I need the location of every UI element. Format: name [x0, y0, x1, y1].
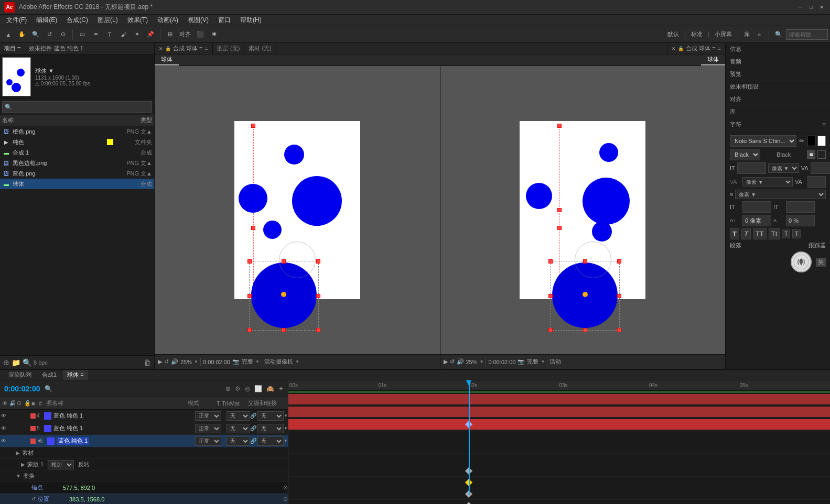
minimize-button[interactable]: ─ [796, 3, 805, 12]
timeline-tab-comp1[interactable]: 合成1 [38, 370, 61, 380]
panel-tab-effect-controls[interactable]: 效果控件 蓝色 纯色 1 [25, 43, 87, 53]
sel-r-bm[interactable] [583, 328, 587, 332]
mask-mode-select[interactable]: 相加 [48, 460, 74, 469]
hand-tool[interactable]: ✋ [16, 28, 28, 41]
effects-icon[interactable]: ✦ [278, 385, 284, 392]
viewer-left-camera-icon[interactable]: 📷 [232, 358, 240, 365]
font-auto-input[interactable]: 自动 [811, 162, 830, 174]
font-family-select[interactable]: Noto Sans S Chin... [730, 135, 796, 147]
puppet-tool[interactable]: 📌 [144, 28, 157, 41]
layer-mode-6[interactable]: 正常 [195, 436, 221, 446]
sel-bm[interactable] [282, 328, 286, 332]
layer-panel-tab[interactable]: 图层 (无) [213, 43, 244, 54]
italic-button[interactable]: T [741, 228, 751, 239]
vert-scale-input[interactable]: 100 % [742, 201, 771, 213]
close-right-viewer[interactable]: ✕ 🔒 合成 球体 = = [667, 43, 725, 54]
handle-mid2-r[interactable] [557, 226, 562, 230]
motion-blur-icon[interactable]: ◎ [245, 385, 250, 392]
project-item[interactable]: ▶ 纯色 文件夹 [0, 137, 154, 147]
close-left-viewer[interactable]: ✕ 🔒 合成 球体 = = [155, 43, 213, 54]
project-item[interactable]: ▬ 合成 1 合成 [0, 147, 154, 158]
viewer-left-comp-tab[interactable]: 合成 球体 = [173, 45, 203, 52]
motion-sketch[interactable]: ✱ [208, 28, 220, 41]
text-tool[interactable]: T [103, 28, 116, 41]
timeline-tab-render[interactable]: 渲染队列 [4, 370, 36, 380]
layer-parent-6[interactable]: 无 [257, 436, 284, 446]
sel-tl[interactable] [247, 259, 252, 264]
current-time[interactable]: 0:00:02:00 [4, 385, 40, 393]
workspace-small-screen[interactable]: 小屏幕 [713, 30, 734, 38]
project-item[interactable]: 🖼 橙色.png PNG 文▲ [0, 126, 154, 137]
menu-window[interactable]: 窗口 [214, 15, 235, 26]
3d-icon[interactable]: ⬜ [254, 385, 262, 392]
font-pencil-icon[interactable]: ✏ [799, 137, 805, 145]
mask-tool[interactable]: ▭ [76, 28, 89, 41]
subscript-button[interactable]: T [792, 229, 801, 238]
menu-edit[interactable]: 编辑(E) [32, 15, 61, 26]
viewer-right-quality[interactable]: 完整 [527, 358, 538, 366]
zoom-tool[interactable]: 🔍 [29, 28, 42, 41]
sel-r-bl[interactable] [548, 328, 553, 332]
sel-r-tl[interactable] [548, 259, 553, 264]
play-icon[interactable]: ▶ [158, 358, 162, 365]
layer-mode-4[interactable]: 正常 [195, 411, 221, 421]
viewer-zoom-right[interactable]: 25% [466, 359, 478, 365]
en-label[interactable]: 英 [816, 258, 826, 267]
all-caps-button[interactable]: TT [753, 228, 767, 239]
loop-icon-r[interactable]: ↺ [450, 358, 455, 365]
sel-br[interactable] [316, 328, 320, 332]
transform-expand[interactable]: ▼ [16, 473, 21, 479]
new-folder-icon[interactable]: 📁 [12, 358, 20, 367]
search-icon[interactable]: 🔍 [23, 358, 31, 367]
menu-layer[interactable]: 图层(L) [93, 15, 122, 26]
sel-mr[interactable] [316, 294, 320, 298]
handle-top-r[interactable] [557, 124, 562, 128]
mask-expand[interactable]: ▶ [21, 462, 25, 467]
sel-ml[interactable] [247, 294, 252, 298]
sel-r-ml[interactable] [548, 294, 553, 298]
handle-mid2[interactable] [251, 226, 255, 230]
clone-tool[interactable]: ✦ [131, 28, 143, 41]
viewer-zoom-left[interactable]: 25% [180, 359, 192, 365]
search-help-input[interactable] [786, 29, 828, 40]
sel-bl[interactable] [247, 328, 252, 332]
search-help-icon[interactable]: 🔍 [772, 28, 785, 41]
audio-icon[interactable]: 🔊 [171, 358, 178, 365]
project-search-input[interactable] [14, 104, 149, 110]
viewer-left-quality[interactable]: 完整 [242, 358, 253, 366]
comp-icon-tl[interactable]: ⊕ [225, 385, 231, 392]
workspace-extend[interactable]: » [753, 28, 766, 41]
footage-panel-tab[interactable]: 素材 (无) [244, 43, 276, 54]
layer-trkmat-4[interactable]: 无 [227, 411, 250, 421]
font-color-picker[interactable]: ■ [807, 150, 815, 159]
viewer-right-camera-icon[interactable]: 📷 [518, 358, 525, 365]
sel-r-br[interactable] [617, 328, 621, 332]
menu-effect[interactable]: 效果(T) [123, 15, 152, 26]
sel-tr[interactable] [316, 259, 320, 264]
3d-toggle[interactable]: ⬛ [194, 28, 207, 41]
rotate-tool[interactable]: ↺ [43, 28, 56, 41]
shy-icon[interactable]: 🙈 [266, 385, 274, 392]
snapping[interactable]: ⊞ [164, 28, 176, 41]
select-tool[interactable]: ▲ [2, 28, 15, 41]
viewer-right-camera[interactable]: 活动 [549, 358, 561, 366]
right-panel-info[interactable]: 信息 [726, 43, 830, 56]
layer-trkmat-5[interactable]: 无 [227, 424, 250, 433]
track-bar-4[interactable] [288, 394, 830, 404]
pos-anim-icon[interactable]: ↺ [31, 496, 36, 502]
sel-r-tr[interactable] [617, 259, 621, 264]
menu-help[interactable]: 帮助(H) [236, 15, 266, 26]
brush-tool[interactable]: 🖌 [117, 28, 130, 41]
layer-settings-icon[interactable]: ⚙ [235, 385, 241, 392]
font-size-input[interactable]: 200 [737, 162, 766, 174]
layer-vis-5[interactable]: 👁 [0, 425, 7, 431]
audio-icon-r[interactable]: 🔊 [457, 358, 464, 365]
viewer-left-camera[interactable]: 活动摄像机 [264, 358, 293, 366]
viewer-left-tab[interactable]: 球体 [155, 54, 179, 65]
pos-stopwatch[interactable]: ⊙ [283, 496, 288, 502]
horiz-scale-input[interactable]: 0 % [786, 201, 815, 213]
workspace-standard[interactable]: 标准 [689, 30, 705, 38]
tracking-select[interactable]: 像素 ▼ [742, 177, 793, 187]
menu-animation[interactable]: 动画(A) [153, 15, 182, 26]
right-panel-effects[interactable]: 效果和预设 [726, 81, 830, 93]
